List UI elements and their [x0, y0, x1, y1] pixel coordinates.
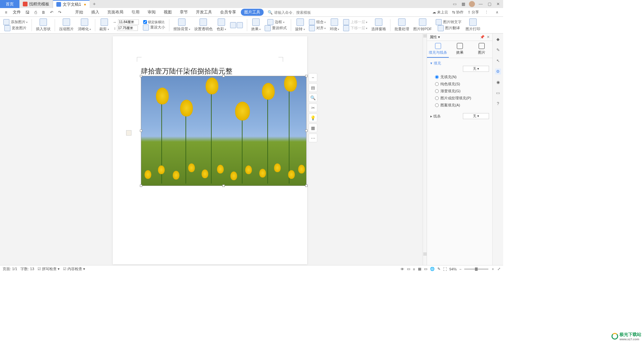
- status-page[interactable]: 页面: 1/1: [3, 266, 17, 271]
- paste-options-icon[interactable]: [126, 130, 131, 136]
- status-contentcheck[interactable]: ☑ 内容检查 ▾: [63, 266, 85, 271]
- align-button[interactable]: 对齐: [316, 26, 326, 31]
- hamburger-icon[interactable]: ≡: [3, 9, 9, 16]
- menu-member[interactable]: 会员专享: [217, 9, 239, 15]
- ft-crop-button[interactable]: ✂: [309, 103, 317, 112]
- insert-shape-button[interactable]: 插入形状: [35, 17, 52, 33]
- batch-button[interactable]: 批量处理: [393, 17, 411, 33]
- zoom-fit-icon[interactable]: ⛶: [443, 267, 447, 271]
- resize-handle-ne[interactable]: [305, 75, 308, 77]
- view-outline-icon[interactable]: ≡: [413, 267, 415, 271]
- lock-ratio-checkbox[interactable]: 锁定纵横比: [143, 20, 165, 24]
- crop-button[interactable]: 裁剪: [98, 17, 110, 33]
- reset-size-button[interactable]: 重设大小: [143, 24, 165, 31]
- rail-edit-icon[interactable]: ✎: [495, 47, 501, 53]
- fill-option-pattern[interactable]: 图案填充(A): [435, 103, 489, 108]
- file-menu[interactable]: 文件: [11, 9, 23, 15]
- translate-button[interactable]: 图片翻译: [445, 26, 460, 31]
- to-text-button[interactable]: 图片转文字: [443, 19, 462, 24]
- fill-option-picture[interactable]: 图片或纹理填充(P): [435, 96, 489, 101]
- resize-handle-e[interactable]: [305, 130, 308, 132]
- tab-templates[interactable]: 找稻壳模板: [19, 0, 53, 8]
- fill-select[interactable]: 无 ▾: [463, 66, 489, 72]
- tab-image[interactable]: 图片: [471, 41, 492, 58]
- to-pdf-button[interactable]: 图片转PDF: [412, 17, 433, 33]
- menu-pagelayout[interactable]: 页面布局: [104, 9, 127, 15]
- border-button[interactable]: 边框: [275, 19, 284, 24]
- height-input[interactable]: [117, 26, 138, 31]
- apps-grid-icon[interactable]: ▦: [460, 1, 466, 7]
- resize-handle-nw[interactable]: [140, 75, 142, 77]
- tab-home[interactable]: 首页: [0, 0, 19, 8]
- fill-section-title[interactable]: ▾ 填充: [430, 61, 489, 66]
- tab-add-button[interactable]: ＋: [90, 1, 99, 7]
- menu-reference[interactable]: 引用: [128, 9, 143, 15]
- reset-style-button[interactable]: 重设样式: [272, 26, 287, 31]
- maximize-button[interactable]: ▢: [486, 1, 492, 7]
- effects-button[interactable]: 效果: [250, 17, 262, 33]
- ft-zoom-out-button[interactable]: −: [309, 73, 317, 82]
- ft-more-button[interactable]: ⋯: [309, 134, 317, 142]
- resize-handle-se[interactable]: [305, 185, 308, 187]
- status-spellcheck[interactable]: ☑ 拼写检查 ▾: [38, 266, 60, 271]
- status-eye-icon[interactable]: 👁: [400, 267, 404, 271]
- minimize-button[interactable]: —: [478, 1, 484, 7]
- more-menu-icon[interactable]: ⋮: [483, 9, 490, 16]
- tab-fill-line[interactable]: 填充与线条: [427, 41, 449, 58]
- resize-handle-n[interactable]: [222, 75, 225, 77]
- command-search[interactable]: 🔍: [268, 10, 314, 15]
- panel-layout-icon[interactable]: ▭: [451, 1, 458, 7]
- select-pane-button[interactable]: 选择窗格: [370, 17, 387, 33]
- width-input[interactable]: [118, 19, 139, 25]
- print-icon[interactable]: ⎙: [32, 9, 39, 16]
- status-words[interactable]: 字数: 13: [20, 266, 34, 271]
- user-avatar[interactable]: [469, 1, 475, 7]
- resize-handle-s[interactable]: [222, 185, 225, 187]
- tab-effect[interactable]: 效果: [449, 41, 471, 58]
- collab-button[interactable]: ⇆协作: [452, 10, 464, 15]
- resize-handle-sw[interactable]: [140, 185, 142, 187]
- zoom-slider[interactable]: [464, 268, 488, 270]
- menu-picture-tools[interactable]: 图片工具: [241, 9, 264, 16]
- fill-option-gradient[interactable]: 渐变填充(G): [435, 89, 489, 94]
- print-image-button[interactable]: 图片打印: [464, 17, 482, 33]
- ft-chart-button[interactable]: ▦: [309, 123, 317, 132]
- scroll-down-button[interactable]: [423, 252, 427, 256]
- add-image-button[interactable]: 添加图片: [11, 19, 28, 24]
- color-button[interactable]: 色彩: [215, 17, 227, 33]
- view-focus-icon[interactable]: ✎: [437, 267, 440, 271]
- cloud-status[interactable]: ☁未上云: [432, 10, 448, 15]
- combine-button[interactable]: 组合: [316, 19, 326, 24]
- fill-option-solid[interactable]: 纯色填充(S): [435, 82, 489, 87]
- ft-layout-button[interactable]: ▤: [309, 83, 317, 92]
- view-globe-icon[interactable]: 🌐: [430, 267, 435, 271]
- preview-icon[interactable]: 🗎: [40, 9, 47, 16]
- search-input[interactable]: [274, 10, 314, 14]
- document-canvas[interactable]: 肆拾壹万陆仟柒佰捌拾陆元整: [0, 34, 423, 265]
- line-section-title[interactable]: ▸ 线条: [430, 114, 441, 119]
- menu-view[interactable]: 视图: [160, 9, 175, 15]
- scroll-up-button[interactable]: [423, 34, 427, 38]
- fullscreen-icon[interactable]: ⤢: [497, 267, 500, 271]
- rail-book-icon[interactable]: ▭: [495, 90, 501, 96]
- ft-zoom-in-button[interactable]: 🔍: [309, 93, 317, 102]
- menu-review[interactable]: 审阅: [144, 9, 159, 15]
- line-select[interactable]: 无 ▾: [463, 113, 489, 119]
- wrap-button[interactable]: 环绕: [328, 17, 340, 33]
- brightness-icon[interactable]: [230, 22, 236, 28]
- close-button[interactable]: ✕: [495, 1, 501, 7]
- menu-insert[interactable]: 插入: [88, 9, 103, 15]
- up-layer-button[interactable]: 上移一层: [351, 19, 367, 24]
- down-layer-button[interactable]: 下移一层: [351, 26, 367, 31]
- tab-document[interactable]: 文字文稿1 ●: [53, 0, 90, 8]
- zoom-out-button[interactable]: −: [460, 267, 462, 271]
- document-text-line[interactable]: 肆拾壹万陆仟柒佰捌拾陆元整: [141, 66, 232, 76]
- clarify-button[interactable]: 清晰化: [76, 17, 92, 33]
- fill-option-none[interactable]: 无填充(N): [435, 74, 489, 80]
- redo-icon[interactable]: ↷: [56, 9, 63, 16]
- change-image-button[interactable]: 更改图片: [12, 26, 26, 31]
- menu-start[interactable]: 开始: [72, 9, 87, 15]
- zoom-in-button[interactable]: ＋: [491, 266, 495, 271]
- selected-image[interactable]: [141, 76, 307, 186]
- view-web-icon[interactable]: ▦: [418, 267, 421, 271]
